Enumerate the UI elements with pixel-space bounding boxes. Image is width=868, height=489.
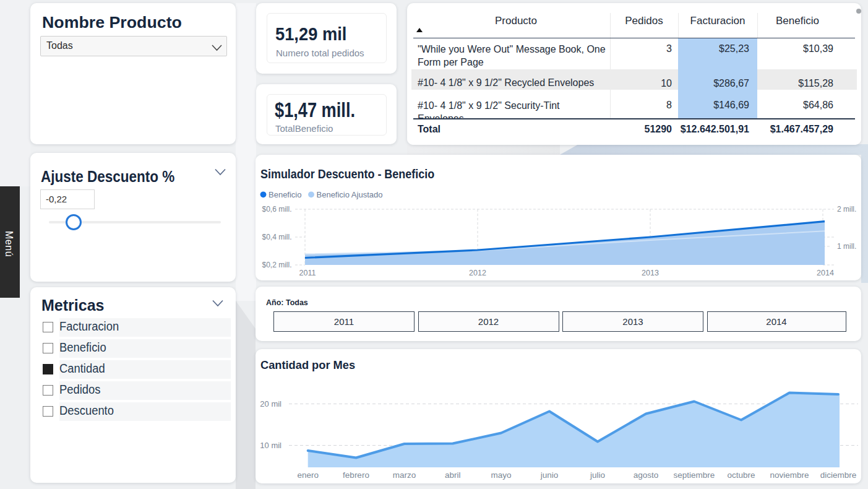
svg-text:julio: julio bbox=[590, 470, 605, 480]
svg-text:10 mil: 10 mil bbox=[260, 441, 281, 450]
svg-text:mayo: mayo bbox=[491, 470, 511, 480]
svg-text:enero: enero bbox=[297, 470, 319, 480]
svg-text:2014: 2014 bbox=[817, 269, 834, 277]
svg-text:junio: junio bbox=[540, 470, 559, 480]
svg-text:Beneficio: Beneficio bbox=[269, 190, 301, 199]
svg-text:2 mill.: 2 mill. bbox=[837, 205, 856, 214]
svg-text:noviembre: noviembre bbox=[770, 470, 809, 480]
svg-text:febrero: febrero bbox=[343, 470, 369, 480]
svg-text:$0,6 mill.: $0,6 mill. bbox=[262, 205, 291, 214]
svg-text:diciembre: diciembre bbox=[820, 470, 857, 480]
svg-text:1 mill.: 1 mill. bbox=[837, 242, 856, 251]
svg-text:2013: 2013 bbox=[642, 269, 659, 277]
svg-text:20 mil: 20 mil bbox=[260, 399, 281, 409]
svg-text:marzo: marzo bbox=[393, 470, 416, 480]
svg-text:Beneficio Ajustado: Beneficio Ajustado bbox=[317, 190, 383, 199]
svg-text:octubre: octubre bbox=[727, 470, 755, 480]
svg-text:abril: abril bbox=[445, 470, 461, 480]
svg-text:$0,2 mill.: $0,2 mill. bbox=[262, 261, 291, 269]
svg-text:2012: 2012 bbox=[469, 269, 486, 277]
svg-text:septiembre: septiembre bbox=[674, 470, 715, 480]
svg-text:2011: 2011 bbox=[299, 269, 316, 277]
svg-text:agosto: agosto bbox=[634, 470, 659, 480]
svg-text:$0,4 mill.: $0,4 mill. bbox=[262, 233, 291, 241]
